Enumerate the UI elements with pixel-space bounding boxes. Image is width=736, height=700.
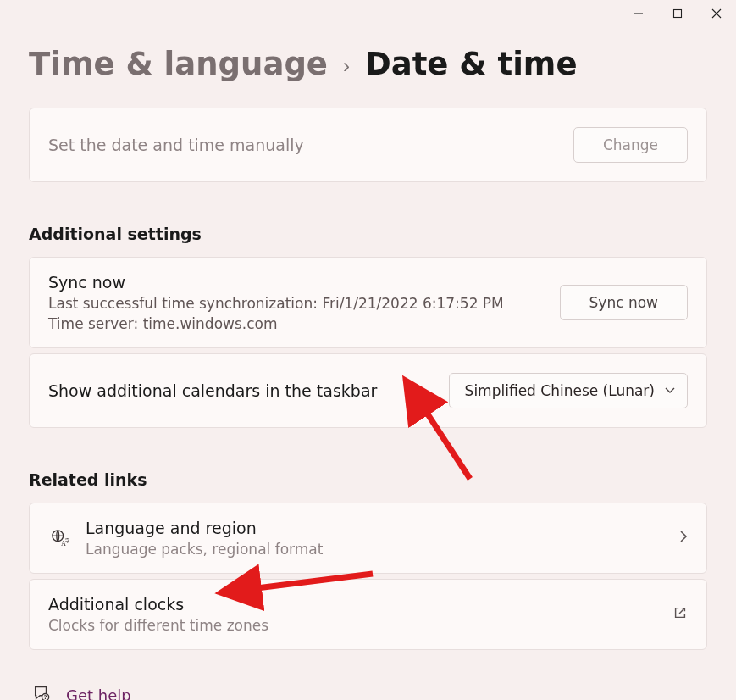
help-icon: ?: [32, 684, 51, 700]
svg-rect-1: [674, 10, 682, 18]
additional-settings-header: Additional settings: [29, 225, 707, 243]
get-help-label: Get help: [66, 686, 131, 701]
chevron-down-icon: [665, 385, 675, 397]
sync-server-line: Time server: time.windows.com: [48, 315, 546, 332]
open-external-icon: [672, 605, 688, 624]
additional-calendars-selected: Simplified Chinese (Lunar): [465, 382, 655, 399]
close-button[interactable]: [697, 0, 736, 27]
breadcrumb: Time & language › Date & time: [29, 46, 707, 82]
language-region-row[interactable]: A 字 Language and region Language packs, …: [29, 503, 707, 574]
additional-clocks-subtitle: Clocks for different time zones: [48, 617, 659, 634]
get-help-row[interactable]: ? Get help: [29, 684, 707, 700]
globe-icon: A 字: [48, 529, 72, 547]
sync-now-title: Sync now: [48, 273, 546, 292]
additional-clocks-row[interactable]: Additional clocks Clocks for different t…: [29, 579, 707, 650]
svg-text:字: 字: [65, 537, 70, 544]
language-region-subtitle: Language packs, regional format: [86, 541, 666, 558]
related-links-header: Related links: [29, 470, 707, 489]
language-region-title: Language and region: [86, 519, 666, 537]
sync-now-row: Sync now Last successful time synchroniz…: [29, 257, 707, 348]
page-title: Date & time: [365, 46, 578, 82]
maximize-button[interactable]: [658, 0, 697, 27]
chevron-right-icon: [679, 530, 688, 547]
chevron-right-icon: ›: [343, 54, 350, 78]
sync-last-line: Last successful time synchronization: Fr…: [48, 295, 546, 312]
svg-text:?: ?: [44, 694, 47, 700]
additional-calendars-dropdown[interactable]: Simplified Chinese (Lunar): [449, 373, 688, 408]
set-time-manually-label: Set the date and time manually: [48, 136, 560, 154]
additional-clocks-title: Additional clocks: [48, 595, 659, 614]
additional-calendars-label: Show additional calendars in the taskbar: [48, 381, 435, 400]
breadcrumb-parent[interactable]: Time & language: [29, 46, 328, 82]
change-button[interactable]: Change: [573, 127, 688, 163]
set-time-manually-row: Set the date and time manually Change: [29, 108, 707, 182]
minimize-button[interactable]: [619, 0, 658, 27]
additional-calendars-row: Show additional calendars in the taskbar…: [29, 353, 707, 428]
sync-now-button[interactable]: Sync now: [560, 285, 688, 320]
